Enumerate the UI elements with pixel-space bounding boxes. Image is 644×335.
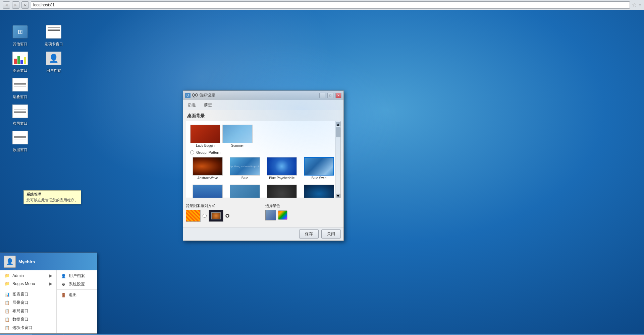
pattern-tile-2[interactable] <box>209 210 223 222</box>
start-menu-logout-label: 退出 <box>69 292 77 298</box>
qq-preferences-dialog: Q QO 偏好设定 _ □ ✕ 后退 前进 桌面背景 Lady Buggin <box>183 90 344 241</box>
layout-title: 背景图案排列方式 <box>186 203 261 208</box>
wallpaper-summer[interactable]: Summer <box>222 125 253 147</box>
wallpaper-blue-sencha-thumb <box>193 185 223 198</box>
admin-folder-icon: 📁 <box>4 273 10 278</box>
color-picker-button[interactable] <box>278 210 287 220</box>
dialog-bottom: 背景图案排列方式 <box>183 201 343 227</box>
logout-menu-icon: 🚪 <box>61 292 66 298</box>
start-menu-item-data[interactable]: 📋 数据窗口 <box>0 315 56 324</box>
wallpaper-lady-buggin-label: Lady Buggin <box>196 144 215 147</box>
start-menu-item-options[interactable]: 📋 选项卡窗口 <box>0 324 56 332</box>
group-pattern-radio[interactable] <box>190 150 194 154</box>
group-pattern-row[interactable]: Group: Pattern <box>188 149 338 156</box>
layout-section: 背景图案排列方式 <box>186 203 261 222</box>
browser-menu-button[interactable]: ≡ <box>639 2 641 8</box>
pattern-radio-1[interactable] <box>203 214 207 218</box>
options-menu-icon: 📋 <box>4 325 10 331</box>
bottom-options-row: 背景图案排列方式 <box>186 203 341 222</box>
wallpaper-item-blue[interactable]: http://blog.csdn.net/mychirs Blue <box>227 157 263 180</box>
wallpaper-item-blue-psychedelic[interactable]: Blue Psychedelic <box>264 157 300 180</box>
scrollbar[interactable]: ▲ ▼ <box>335 121 340 198</box>
browser-bar: ◀ ▶ ↻ localhost:81 ☆ ≡ <box>0 0 644 10</box>
wallpaper-item-blue-swirl[interactable]: Blue Swirl <box>302 157 337 180</box>
address-bar[interactable]: localhost:81 <box>31 1 630 9</box>
desktop-icon-other-windows[interactable]: ⊞ 其他窗口 <box>7 23 34 47</box>
start-menu-layout-label: 布局窗口 <box>12 308 29 314</box>
pattern-radio-2[interactable] <box>225 214 229 218</box>
desktop-icon-layout-window[interactable]: 布局窗口 <box>7 103 34 126</box>
dialog-content: 桌面背景 Lady Buggin Summer <box>183 110 343 201</box>
forward-button[interactable]: ▶ <box>12 1 19 9</box>
start-menu-item-layers[interactable]: 📋 层叠窗口 <box>0 298 56 307</box>
back-button[interactable]: ◀ <box>3 1 10 9</box>
dialog-footer: 保存 关闭 <box>183 227 343 241</box>
color-preview-box[interactable] <box>265 210 276 220</box>
start-menu-layers-label: 层叠窗口 <box>12 300 29 306</box>
dialog-toolbar: 后退 前进 <box>183 100 343 110</box>
color-title: 选择景色 <box>265 203 341 208</box>
tooltip-title: 系统管理 <box>26 192 78 197</box>
wallpaper-item-emotion[interactable]: Emotion <box>302 185 337 198</box>
wallpaper-item-droplets[interactable]: Droplets <box>264 185 300 198</box>
forward-toolbar-button[interactable]: 前进 <box>203 102 213 109</box>
wallpaper-item-blue-sencha[interactable]: Blue-Sencha <box>190 185 225 198</box>
dialog-minimize-button[interactable]: _ <box>319 93 325 98</box>
layout-content <box>186 210 261 222</box>
scroll-down-arrow[interactable]: ▼ <box>336 194 341 198</box>
scroll-up-arrow[interactable]: ▲ <box>336 122 341 126</box>
start-menu-chart-label: 图表窗口 <box>12 291 29 297</box>
scroll-thumb[interactable] <box>336 127 340 137</box>
wallpaper-item-desk[interactable]: desk <box>227 185 263 198</box>
color-content <box>265 210 341 220</box>
chart-menu-icon: 📊 <box>4 292 10 297</box>
back-toolbar-button[interactable]: 后退 <box>186 102 197 109</box>
dialog-maximize-button[interactable]: □ <box>327 93 333 98</box>
color-section: 选择景色 <box>265 203 341 222</box>
reload-button[interactable]: ↻ <box>21 1 29 9</box>
desktop-icon-options-window[interactable]: 选项卡窗口 <box>40 23 67 47</box>
dialog-close-button[interactable]: ✕ <box>335 93 341 98</box>
start-menu-item-logout[interactable]: 🚪 退出 <box>57 291 97 299</box>
wallpaper-blue-thumb: http://blog.csdn.net/mychirs <box>230 157 260 176</box>
start-menu-header: 👤 Mychirs <box>0 253 97 270</box>
dialog-title: QO 偏好设定 <box>192 92 317 98</box>
start-menu-username: Mychirs <box>18 259 35 264</box>
start-menu-item-chart[interactable]: 📊 图表窗口 <box>0 290 56 298</box>
wallpaper-scroll-area[interactable]: Lady Buggin Summer Group: Pattern <box>186 121 341 198</box>
desktop-icon-layers-window[interactable]: 层叠窗口 <box>7 76 34 99</box>
desktop-icons: ⊞ 其他窗口 选项卡窗口 <box>7 23 67 152</box>
desktop-icon-user-profile[interactable]: 👤 用户档案 <box>40 50 67 73</box>
desktop-icon-data-window[interactable]: 数据窗口 <box>7 129 34 152</box>
start-menu-admin-label: Admin <box>12 273 24 278</box>
start-menu-divider-2 <box>57 289 97 290</box>
save-button[interactable]: 保存 <box>299 229 319 239</box>
wallpaper-item-abstract-wave[interactable]: AbstractWave <box>190 157 225 180</box>
start-menu-user-profile-label: 用户档案 <box>69 273 85 279</box>
pattern-tile-1[interactable] <box>186 210 201 222</box>
start-menu-item-bogus-menu[interactable]: 📁 Bogus Menu ▶ <box>0 280 56 288</box>
pattern-options <box>186 210 229 222</box>
start-menu-item-user-profile[interactable]: 👤 用户档案 <box>57 272 97 280</box>
start-menu-item-admin[interactable]: 📁 Admin ▶ <box>0 272 56 280</box>
dialog-app-icon: Q <box>185 93 191 98</box>
start-menu-options-label: 选项卡窗口 <box>12 325 33 331</box>
start-menu-right: 👤 用户档案 ⚙ 系统设置 🚪 退出 <box>57 270 97 333</box>
wallpaper-lady-buggin[interactable]: Lady Buggin <box>190 125 220 147</box>
taskbar: ▶ Start ▲ 🖥 🌐 ⚙ Q QO 偏好设定 📊 图表窗口 📋 层叠窗口 <box>0 334 644 335</box>
start-menu-left: 📁 Admin ▶ 📁 Bogus Menu ▶ 📊 图表窗口 📋 层叠窗口 <box>0 270 57 333</box>
wallpaper-droplets-thumb <box>267 185 297 198</box>
dialog-close-footer-button[interactable]: 关闭 <box>321 229 341 239</box>
start-button[interactable]: ▶ Start ▲ <box>0 334 32 335</box>
wallpaper-summer-label: Summer <box>231 144 244 147</box>
wallpaper-grid: AbstractWave http://blog.csdn.net/mychir… <box>188 156 338 182</box>
admin-arrow-icon: ▶ <box>49 273 52 278</box>
start-menu-item-layout[interactable]: 📋 布局窗口 <box>0 307 56 315</box>
bookmark-star[interactable]: ☆ <box>632 2 637 8</box>
start-menu-columns: 📁 Admin ▶ 📁 Bogus Menu ▶ 📊 图表窗口 📋 层叠窗口 <box>0 270 97 333</box>
start-menu-item-system-settings[interactable]: ⚙ 系统设置 <box>57 280 97 288</box>
wallpaper-lady-buggin-thumb <box>190 125 220 143</box>
desktop-icon-chart-window[interactable]: 图表窗口 <box>7 50 34 73</box>
bogus-folder-icon: 📁 <box>4 281 10 286</box>
desktop: ⊞ 其他窗口 选项卡窗口 <box>0 10 644 335</box>
